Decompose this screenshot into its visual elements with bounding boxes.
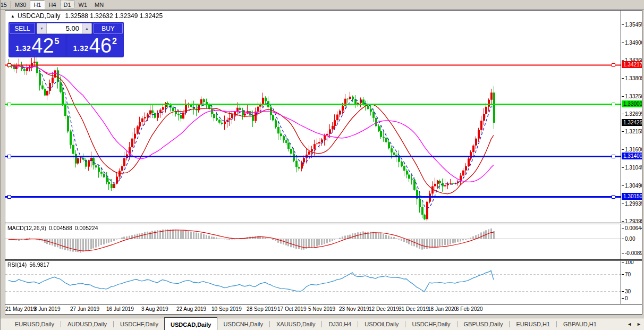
- chart-tab-dj30-h4[interactable]: DJ30,H4: [323, 318, 357, 330]
- trading-terminal: 15M30H1H4D1W1MN ▲USDCAD,Daily1.32588 1.3…: [0, 0, 644, 330]
- macd-axis[interactable]: 0.0064480.00-0.008982: [621, 224, 642, 259]
- chart-ohlc-values: 1.32588 1.32632 1.32349 1.32425: [65, 12, 163, 20]
- tab-divider: [321, 321, 322, 327]
- time-axis-label: 23 Nov 2019: [339, 306, 369, 312]
- rsi-canvas[interactable]: [5, 261, 621, 304]
- timeframe-button-d1[interactable]: D1: [60, 1, 75, 9]
- chart-tab-usdcad-daily[interactable]: USDCAD,Daily: [164, 317, 217, 330]
- timeframe-button-h4[interactable]: H4: [45, 1, 60, 9]
- sell-price-big-digits: 42: [31, 35, 54, 56]
- macd-axis-tick: -0.008982: [625, 250, 642, 256]
- hline-price-badge: 1.30150: [622, 193, 642, 200]
- macd-label: MACD(12,26,9)0.0045880.005224: [7, 225, 101, 231]
- price-axis-tick: 1.34900: [625, 40, 642, 46]
- price-axis-tick: 1.30490: [625, 183, 642, 189]
- time-axis-label: 3 Aug 2019: [141, 306, 168, 312]
- tab-divider: [509, 321, 510, 327]
- macd-signal-value: 0.005224: [75, 225, 98, 231]
- tab-divider: [358, 321, 358, 327]
- rsi-axis-tick: 0: [625, 295, 628, 301]
- price-chart-pane: ▲USDCAD,Daily1.32588 1.32632 1.32349 1.3…: [5, 11, 642, 223]
- chart-tab-usdoil-daily[interactable]: USDOil,Daily: [359, 318, 404, 330]
- time-axis-label: 16 Jul 2019: [106, 306, 134, 312]
- time-axis-label: 28 Sep 2019: [247, 306, 277, 312]
- volume-input[interactable]: 5.00: [47, 23, 82, 33]
- time-axis-label: 31 Dec 2019: [399, 306, 429, 312]
- buy-button[interactable]: BUY: [94, 23, 123, 34]
- sell-price-pip-digit: 5: [55, 37, 60, 46]
- price-axis-tick: 1.33250: [625, 94, 642, 99]
- hline-price-badge: 1.31400: [622, 153, 642, 159]
- volume-spinner: ▼ 5.00 ▲: [37, 23, 92, 34]
- rsi-name: RSI(14): [7, 261, 27, 268]
- volume-decrease-icon[interactable]: ▼: [37, 23, 47, 33]
- macd-name: MACD(12,26,9): [7, 225, 46, 231]
- price-axis-tick: 1.32155: [625, 129, 642, 134]
- chart-tab-xauusd-daily[interactable]: XAUUSD,Daily: [270, 318, 321, 330]
- macd-main-value: 0.004588: [49, 225, 72, 231]
- one-click-trade-panel: SELL ▼ 5.00 ▲ BUY 1.32 42 5 1.32: [9, 22, 124, 57]
- tab-scroll-left-icon[interactable]: ◄: [627, 321, 632, 327]
- time-axis-label: 12 Dec 2019: [369, 306, 399, 312]
- time-axis-label: 10 Sep 2019: [211, 306, 242, 312]
- price-axis[interactable]: 1.354551.349001.343601.338051.332501.326…: [621, 11, 642, 223]
- chart-tab-usdcnh-daily[interactable]: USDCNH,Daily: [217, 318, 269, 330]
- rsi-value: 56.9817: [29, 261, 49, 268]
- chart-tab-eurusd-h1[interactable]: EURUSD,H1: [510, 318, 556, 330]
- chart-tab-gbpusd-daily[interactable]: GBPUSD,Daily: [458, 318, 509, 330]
- rsi-axis-tick: 30: [625, 289, 631, 294]
- buy-price-pip-digit: 2: [112, 37, 117, 46]
- sell-price-prefix: 1.32: [15, 44, 31, 53]
- rsi-axis[interactable]: 10070300: [621, 261, 642, 304]
- tab-divider: [269, 321, 270, 327]
- macd-axis-tick: 0.006448: [625, 225, 642, 231]
- chart-title: ▲USDCAD,Daily1.32588 1.32632 1.32349 1.3…: [11, 12, 163, 20]
- price-axis-tick: 1.29935: [625, 201, 642, 207]
- price-axis-tick: 1.35455: [625, 22, 642, 28]
- timeframe-button-h1[interactable]: H1: [30, 1, 45, 9]
- hline-price-badge: 1.33000: [622, 100, 642, 107]
- rsi-label: RSI(14)56.9817: [7, 261, 52, 268]
- chart-tab-audusd-daily[interactable]: AUDUSD,Daily: [62, 318, 113, 330]
- toolbar-separator: [10, 1, 11, 9]
- time-axis-label: 6 Feb 2020: [456, 306, 483, 312]
- tab-scroll-right-icon[interactable]: ►: [637, 321, 641, 327]
- time-axis-label: 22 Aug 2019: [176, 306, 206, 312]
- time-axis-label: 18 Jan 2020: [428, 306, 457, 312]
- sell-price-display[interactable]: 1.32 42 5: [10, 35, 65, 56]
- price-axis-tick: 1.29395: [625, 218, 642, 223]
- price-axis-tick: 1.33805: [625, 75, 642, 81]
- tab-divider: [405, 321, 405, 327]
- chart-tab-usdchf-daily[interactable]: USDCHF,Daily: [406, 318, 456, 330]
- rsi-indicator-pane: RSI(14)56.9817 10070300: [5, 261, 642, 304]
- timeframe-button-m30[interactable]: M30: [11, 1, 30, 9]
- macd-axis-tick: 0.00: [625, 236, 635, 242]
- sell-button[interactable]: SELL: [10, 23, 35, 34]
- one-click-collapse-icon[interactable]: ▲: [11, 14, 15, 19]
- buy-price-big-digits: 46: [89, 35, 112, 56]
- tab-scroll-controls: ◄ ►: [627, 318, 641, 330]
- buy-price-prefix: 1.32: [73, 44, 89, 53]
- buy-price-display[interactable]: 1.32 46 2: [67, 35, 123, 56]
- timeframe-button-mn[interactable]: MN: [91, 1, 107, 9]
- timeframe-button-w1[interactable]: W1: [75, 1, 91, 9]
- timeframe-toolbar: 15M30H1H4D1W1MN: [1, 0, 644, 10]
- timeframe-button-15[interactable]: 15: [1, 1, 10, 9]
- time-axis[interactable]: 21 May 20198 Jun 201927 Jun 201916 Jul 2…: [5, 305, 642, 314]
- time-axis-label: 21 May 2019: [5, 306, 36, 312]
- volume-increase-icon[interactable]: ▲: [82, 23, 91, 33]
- tab-divider: [113, 321, 114, 327]
- chart-tab-eurusd-daily[interactable]: EURUSD,Daily: [9, 318, 60, 330]
- tab-divider: [457, 321, 457, 327]
- time-axis-label: 8 Jun 2019: [34, 306, 61, 312]
- chart-symbol-label: USDCAD,Daily: [18, 12, 61, 20]
- current-price-badge: 1.32425: [622, 119, 642, 126]
- hline-price-badge: 1.34217: [622, 61, 642, 68]
- time-axis-label: 17 Oct 2019: [277, 306, 306, 312]
- rsi-axis-tick: 100: [625, 261, 634, 265]
- chart-tab-usdchf-daily[interactable]: USDCHF,Daily: [114, 318, 164, 330]
- chart-tab-gbpaud-h1[interactable]: GBPAUD,H1: [557, 318, 603, 330]
- price-axis-tick: 1.32695: [625, 111, 642, 117]
- time-axis-label: 27 Jun 2019: [70, 306, 99, 312]
- time-axis-label: 5 Nov 2019: [308, 306, 335, 312]
